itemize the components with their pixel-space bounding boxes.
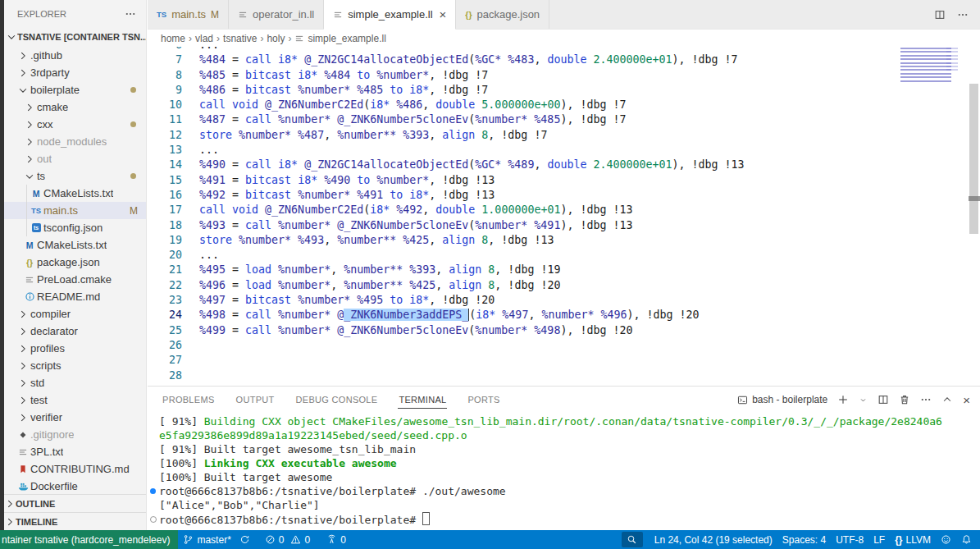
tab-main-ts[interactable]: TSmain.tsM bbox=[148, 0, 229, 29]
bell-icon bbox=[961, 534, 972, 545]
tree-item-label: 3PL.txt bbox=[30, 446, 63, 458]
kill-terminal-icon[interactable] bbox=[899, 394, 910, 405]
tree-file-3pl-txt[interactable]: 3PL.txt bbox=[4, 443, 146, 460]
language-mode-item[interactable]: {} LLVM bbox=[890, 530, 936, 549]
notifications-item[interactable] bbox=[956, 530, 980, 549]
terminal-content[interactable]: [ 91%] Building CXX object CMakeFiles/aw… bbox=[148, 414, 969, 530]
explorer-more-actions-icon[interactable] bbox=[125, 8, 136, 20]
panel-tab-output[interactable]: OUTPUT bbox=[235, 391, 276, 409]
panel-tab-problems[interactable]: PROBLEMS bbox=[162, 391, 216, 409]
file-tree: .github3rdpartyboilerplatecmakecxxnode_m… bbox=[4, 47, 146, 495]
feedback-item[interactable] bbox=[936, 530, 956, 549]
close-tab-icon[interactable]: × bbox=[440, 8, 447, 21]
indentation-item[interactable]: Spaces: 4 bbox=[777, 530, 831, 549]
tree-folder-verifier[interactable]: verifier bbox=[4, 409, 146, 426]
encoding-item[interactable]: UTF-8 bbox=[831, 530, 868, 549]
tree-file-cmakelists-txt[interactable]: MCMakeLists.txt bbox=[4, 236, 146, 254]
tree-folder-node-modules[interactable]: node_modules bbox=[4, 133, 146, 150]
terminal-line: root@666c8137b8b6:/tsnative/boilerplate#… bbox=[159, 484, 969, 498]
breadcrumb-file[interactable]: simple_example.ll bbox=[294, 33, 385, 44]
close-panel-icon[interactable]: × bbox=[963, 394, 970, 406]
tree-folder-scripts[interactable]: scripts bbox=[4, 357, 146, 374]
breadcrumb-item-vlad[interactable]: vlad bbox=[195, 33, 213, 44]
line-content: %495 = load %number*, %number** %393, al… bbox=[199, 263, 560, 277]
new-terminal-icon[interactable] bbox=[837, 394, 849, 405]
tab-operator-in-ll[interactable]: operator_in.ll bbox=[229, 0, 324, 29]
code-line-27: 27 bbox=[148, 353, 969, 368]
panel-tab-terminal[interactable]: TERMINAL bbox=[398, 391, 447, 409]
line-number: 22 bbox=[148, 278, 199, 293]
sidebar-panel-outline[interactable]: OUTLINE bbox=[4, 494, 146, 512]
panel-tab-debug-console[interactable]: DEBUG CONSOLE bbox=[295, 391, 379, 409]
tree-folder-test[interactable]: test bbox=[4, 391, 146, 409]
breadcrumb-item-tsnative[interactable]: tsnative bbox=[223, 33, 257, 44]
minimap[interactable] bbox=[900, 48, 958, 84]
code-line-9: 9%486 = bitcast %number* %485 to i8*, !d… bbox=[148, 83, 969, 98]
panel-tab-ports[interactable]: PORTS bbox=[467, 391, 500, 409]
tree-folder--github[interactable]: .github bbox=[4, 47, 146, 64]
git-branch-item[interactable]: master* bbox=[178, 530, 254, 549]
line-number: 8 bbox=[148, 68, 199, 83]
remote-indicator[interactable]: ntainer tsnative (hardcore_mendeleev) bbox=[0, 530, 178, 549]
tree-folder-cxx[interactable]: cxx bbox=[4, 116, 146, 133]
breadcrumb-separator: › bbox=[260, 33, 263, 44]
tree-item-label: CONTRIBUTING.md bbox=[30, 463, 130, 475]
terminal-dropdown-icon[interactable] bbox=[859, 396, 868, 405]
tree-item-label: std bbox=[30, 377, 44, 389]
terminal-instance[interactable]: bash - boilerplate bbox=[737, 394, 827, 405]
eol-item[interactable]: LF bbox=[868, 530, 890, 549]
code-line-28: 28 bbox=[148, 368, 969, 383]
tree-file-contributing-md[interactable]: CONTRIBUTING.md bbox=[4, 460, 146, 478]
tree-file-package-json[interactable]: {}package.json bbox=[4, 254, 146, 271]
terminal-icon bbox=[737, 395, 748, 405]
tree-folder-cmake[interactable]: cmake bbox=[4, 98, 146, 116]
tree-folder-ts[interactable]: ts bbox=[4, 167, 146, 185]
tree-folder-boilerplate[interactable]: boilerplate bbox=[4, 81, 146, 98]
tree-item-label: CMakeLists.txt bbox=[37, 239, 107, 251]
problems-item[interactable]: 0 0 bbox=[260, 530, 315, 549]
breadcrumb-separator: › bbox=[189, 33, 192, 44]
sidebar-panel-timeline[interactable]: TIMELINE bbox=[4, 512, 146, 530]
tab-package-json[interactable]: {}package.json bbox=[456, 0, 549, 29]
breadcrumb-item-holy[interactable]: holy bbox=[267, 33, 285, 44]
tree-item-label: Dockerfile bbox=[30, 480, 78, 492]
tree-folder-std[interactable]: std bbox=[4, 374, 146, 391]
tree-folder-3rdparty[interactable]: 3rdparty bbox=[4, 64, 146, 81]
tree-item-label: compiler bbox=[30, 308, 71, 320]
code-line-6: 6... bbox=[148, 47, 969, 53]
tree-file-dockerfile[interactable]: Dockerfile bbox=[4, 478, 146, 495]
screencast-zoom-indicator[interactable] bbox=[622, 532, 643, 547]
split-editor-icon[interactable] bbox=[934, 9, 946, 21]
panel-more-actions-icon[interactable] bbox=[920, 394, 932, 405]
tab-simple-example-ll[interactable]: simple_example.ll× bbox=[324, 0, 456, 30]
tree-folder-out[interactable]: out bbox=[4, 150, 146, 167]
tree-file-readme-md[interactable]: README.md bbox=[4, 288, 146, 305]
tree-file-main-ts[interactable]: TSmain.tsM bbox=[4, 202, 146, 219]
more-actions-icon[interactable] bbox=[957, 9, 969, 21]
breadcrumb-item-home[interactable]: home bbox=[161, 33, 185, 44]
chevron-right-icon bbox=[16, 412, 30, 423]
tree-file-cmakelists-txt[interactable]: MCMakeLists.txt bbox=[4, 185, 146, 202]
tree-item-label: verifier bbox=[30, 411, 62, 423]
workspace-section-header[interactable]: TSNATIVE [CONTAINER TSN... bbox=[4, 28, 146, 46]
tree-file--gitignore[interactable]: .gitignore bbox=[4, 426, 146, 443]
editor-code-area[interactable]: 6...7%484 = call i8* @_ZN2GC14allocateOb… bbox=[148, 47, 969, 386]
chevron-right-icon bbox=[16, 50, 30, 62]
tree-item-label: cmake bbox=[37, 101, 68, 113]
chevron-right-icon bbox=[16, 360, 30, 372]
tree-folder-profiles[interactable]: profiles bbox=[4, 340, 146, 357]
ports-item[interactable]: 0 bbox=[321, 530, 351, 549]
maximize-panel-icon[interactable] bbox=[941, 394, 953, 405]
scrollbar-thumb[interactable] bbox=[969, 84, 978, 234]
lines-icon bbox=[22, 275, 37, 285]
line-content: %493 = call %number* @_ZNK6Number5cloneE… bbox=[199, 218, 632, 233]
chevron-right-icon bbox=[22, 119, 37, 130]
tree-folder-compiler[interactable]: compiler bbox=[4, 305, 146, 323]
split-terminal-icon[interactable] bbox=[877, 394, 889, 405]
tree-item-label: ts bbox=[37, 170, 45, 182]
chevron-down-icon bbox=[22, 171, 37, 182]
tree-file-tsconfig-json[interactable]: tstsconfig.json bbox=[4, 219, 146, 236]
cursor-position-item[interactable]: Ln 24, Col 42 (19 selected) bbox=[650, 530, 777, 549]
tree-file-preload-cmake[interactable]: PreLoad.cmake bbox=[4, 271, 146, 288]
tree-folder-declarator[interactable]: declarator bbox=[4, 323, 146, 340]
